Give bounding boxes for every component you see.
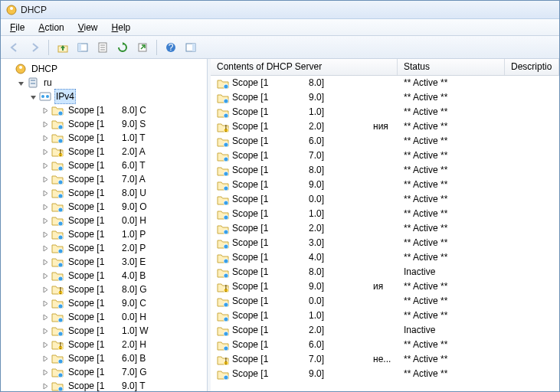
- tree-scope-node[interactable]: Scope [13.0] E: [4, 255, 207, 269]
- expander-icon[interactable]: [41, 340, 50, 349]
- scope-suffix: 2.0] H: [120, 338, 148, 351]
- list-row[interactable]: Scope [19.0]** Active **: [211, 178, 559, 192]
- list-scope-name: Scope [1: [232, 279, 268, 294]
- list-row[interactable]: Scope [14.0]** Active **: [211, 250, 559, 265]
- list-row[interactable]: Scope [10.0]** Active **: [211, 192, 559, 207]
- list-row[interactable]: Scope [18.0]Inactive: [211, 265, 559, 279]
- expander-icon[interactable]: [41, 161, 50, 170]
- tree-scope-node[interactable]: !Scope [12.0] A: [4, 145, 207, 158]
- scope-suffix: 0.0] H: [120, 214, 148, 227]
- tree-server-node[interactable]: ru: [4, 76, 207, 90]
- expander-icon[interactable]: [41, 133, 50, 142]
- list-body[interactable]: Scope [18.0]** Active **Scope [19.0]** A…: [211, 76, 559, 391]
- expander-icon[interactable]: [28, 92, 38, 101]
- list-row[interactable]: Scope [12.0]** Active **: [211, 221, 559, 236]
- tree-scope-node[interactable]: Scope [19.0] O: [4, 200, 207, 214]
- tree-scope-node[interactable]: Scope [11.0] T: [4, 131, 207, 145]
- list-row[interactable]: Scope [11.0]** Active **: [211, 207, 559, 221]
- column-header-description[interactable]: Descriptio: [505, 59, 559, 75]
- expander-icon[interactable]: [41, 271, 50, 280]
- tree-scope-node[interactable]: Scope [11.0] P: [4, 227, 207, 241]
- tree-scope-node[interactable]: Scope [18.0] U: [4, 186, 207, 200]
- tree-root-dhcp[interactable]: DHCP: [4, 62, 207, 76]
- refresh-button[interactable]: [113, 38, 132, 57]
- list-row[interactable]: !Scope [19.0]ия** Active **: [211, 279, 559, 294]
- expander-icon[interactable]: [41, 326, 50, 335]
- list-row[interactable]: Scope [16.0]** Active **: [211, 338, 559, 352]
- expander-icon[interactable]: [41, 216, 50, 225]
- folder-scope-icon: [51, 118, 64, 130]
- tree-scope-node[interactable]: Scope [10.0] H: [4, 310, 207, 324]
- list-scope-name: Scope [1: [232, 323, 268, 338]
- svg-point-70: [224, 99, 228, 103]
- menu-file[interactable]: File: [4, 21, 31, 34]
- tree-scope-node[interactable]: Scope [10.0] H: [4, 214, 207, 227]
- expander-icon[interactable]: [41, 354, 50, 363]
- expander-icon[interactable]: [41, 175, 50, 184]
- tree-scope-node[interactable]: Scope [11.0] W: [4, 324, 207, 338]
- list-row[interactable]: Scope [16.0]** Active **: [211, 134, 559, 149]
- list-row[interactable]: Scope [10.0]** Active **: [211, 294, 559, 309]
- tree-scope-node[interactable]: !Scope [18.0] G: [4, 283, 207, 296]
- svg-point-87: [224, 215, 228, 219]
- expander-icon[interactable]: [41, 257, 50, 266]
- list-scope-name: Scope [1: [232, 192, 268, 207]
- expander-icon[interactable]: [41, 147, 50, 156]
- expander-icon[interactable]: [41, 202, 50, 211]
- tree-ipv4-node[interactable]: IPv4: [4, 90, 207, 103]
- tree-scope-node[interactable]: Scope [17.0] A: [4, 172, 207, 186]
- expander-icon[interactable]: [41, 106, 50, 115]
- tree-scope-node[interactable]: Scope [19.0] C: [4, 296, 207, 310]
- help-button[interactable]: ?: [162, 38, 180, 57]
- list-row[interactable]: Scope [11.0]** Active **: [211, 309, 559, 323]
- expander-icon[interactable]: [4, 64, 13, 74]
- column-header-contents[interactable]: Contents of DHCP Server: [211, 59, 398, 75]
- list-row[interactable]: Scope [19.0]** Active **: [211, 90, 559, 105]
- expander-icon[interactable]: [41, 285, 50, 294]
- tree-scope-node[interactable]: Scope [19.0] T: [4, 379, 207, 391]
- show-hide-tree-button[interactable]: [74, 38, 92, 57]
- up-level-button[interactable]: [54, 38, 72, 57]
- expander-icon[interactable]: [16, 78, 25, 87]
- expander-icon[interactable]: [41, 368, 50, 377]
- scope-name: Scope [1: [67, 227, 120, 241]
- column-header-status[interactable]: Status: [398, 59, 505, 75]
- tree-scope-node[interactable]: Scope [19.0] S: [4, 117, 207, 131]
- expander-icon[interactable]: [41, 230, 50, 239]
- properties-button[interactable]: [93, 38, 112, 57]
- list-row[interactable]: Scope [18.0]** Active **: [211, 163, 559, 178]
- nav-forward-button[interactable]: [25, 38, 44, 57]
- expander-icon[interactable]: [41, 243, 50, 253]
- expander-icon[interactable]: [41, 299, 50, 308]
- expander-icon[interactable]: [41, 188, 50, 198]
- list-row[interactable]: Scope [13.0]** Active **: [211, 236, 559, 250]
- expander-icon[interactable]: [41, 381, 50, 390]
- expander-icon[interactable]: [41, 119, 50, 129]
- menu-action[interactable]: Action: [32, 21, 70, 34]
- scope-suffix: 9.0] T: [120, 379, 146, 391]
- nav-back-button[interactable]: [5, 38, 24, 57]
- tree-scope-node[interactable]: Scope [12.0] P: [4, 241, 207, 255]
- list-row[interactable]: Scope [17.0]** Active **: [211, 149, 559, 163]
- list-row[interactable]: Scope [18.0]** Active **: [211, 76, 559, 90]
- tree-scope-node[interactable]: Scope [18.0] C: [4, 103, 207, 117]
- list-row[interactable]: Scope [12.0]Inactive: [211, 323, 559, 338]
- action-pane-button[interactable]: [182, 38, 200, 57]
- list-row[interactable]: Scope [11.0]** Active **: [211, 105, 559, 119]
- menu-help[interactable]: Help: [106, 21, 137, 34]
- expander-icon[interactable]: [41, 312, 50, 322]
- tree-scope-node[interactable]: Scope [16.0] B: [4, 351, 207, 365]
- export-list-button[interactable]: [133, 38, 152, 57]
- list-scope-suffix: 4.0]: [303, 250, 367, 265]
- tree-scope-node[interactable]: Scope [14.0] B: [4, 269, 207, 283]
- svg-point-34: [58, 180, 62, 184]
- list-row[interactable]: !Scope [12.0]ния** Active **: [211, 119, 559, 134]
- tree-scope-node[interactable]: Scope [16.0] T: [4, 158, 207, 172]
- tree-scope-node[interactable]: !Scope [12.0] H: [4, 338, 207, 351]
- tree-pane[interactable]: DHCPruIPv4Scope [18.0] CScope [19.0] SSc…: [1, 59, 208, 391]
- list-row[interactable]: !Scope [17.0]не...** Active **: [211, 352, 559, 367]
- menu-view[interactable]: View: [72, 21, 104, 34]
- list-row[interactable]: Scope [19.0]** Active **: [211, 367, 559, 381]
- scope-suffix: 9.0] S: [120, 117, 147, 131]
- tree-scope-node[interactable]: Scope [17.0] G: [4, 365, 207, 379]
